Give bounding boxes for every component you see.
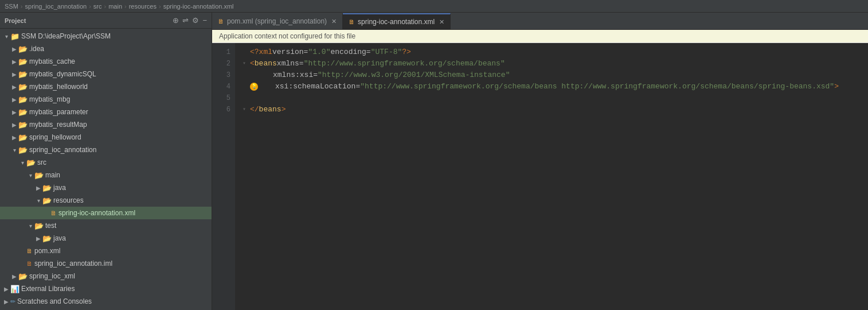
tree-label: spring_ioc_annotation (29, 146, 96, 154)
tab-xml-close[interactable]: ✕ (439, 18, 444, 26)
line-num-6: 6 (212, 104, 235, 115)
tree-item-mybatis-dynamicsql[interactable]: ▶ 📂 mybatis_dynamicSQL (0, 68, 212, 80)
tree-item-mybatis-resultmap[interactable]: ▶ 📂 mybatis_resultMap (0, 118, 212, 131)
lib-icon: 📊 (10, 285, 19, 293)
line-num-4: 4 (212, 81, 235, 92)
tree-label: test (45, 222, 56, 230)
resources-folder-icon: 📂 (42, 196, 52, 205)
tree-item-idea[interactable]: ▶ 📂 .idea (0, 42, 212, 55)
sidebar-header: Project ⊕ ⇌ ⚙ − (0, 13, 212, 29)
fold-5 (240, 94, 249, 103)
tree-label: java (53, 234, 66, 242)
folder-icon: 📂 (18, 121, 28, 129)
tab-pom-close[interactable]: ✕ (331, 18, 337, 25)
fold-2[interactable]: ▾ (240, 59, 249, 68)
expand-arrow: ▾ (34, 197, 42, 204)
sidebar: Project ⊕ ⇌ ⚙ − ▾ 📁 SSM D:\ideaProject\A… (0, 13, 212, 310)
tree-label: mybatis_helloworld (29, 83, 88, 91)
warning-text: Application context not configured for t… (219, 32, 355, 40)
tree-label: src (37, 158, 46, 166)
tree-label: spring_ioc_annotation.iml (34, 259, 112, 268)
app-container: SSM › spring_ioc_annotation › src › main… (0, 0, 868, 310)
expand-arrow: ▶ (10, 96, 18, 103)
expand-arrow: ▶ (10, 46, 18, 52)
sidebar-title: Project (5, 17, 169, 24)
editor-area: 🗎 pom.xml (spring_ioc_annotation) ✕ 🗎 sp… (212, 13, 868, 310)
tree-label: resources (53, 196, 84, 204)
minimize-icon[interactable]: − (202, 16, 207, 25)
tree-item-src[interactable]: ▾ 📂 src (0, 156, 212, 169)
warning-banner: Application context not configured for t… (212, 30, 868, 43)
breadcrumb-main[interactable]: main (108, 3, 122, 10)
breadcrumb: SSM › spring_ioc_annotation › src › main… (5, 3, 234, 10)
xml-tab-icon: 🗎 (349, 18, 355, 25)
tree-item-scratches[interactable]: ▶ ✏ Scratches and Consoles (0, 295, 212, 308)
folder-icon: 📂 (26, 158, 36, 167)
breadcrumb-file[interactable]: spring-ioc-annotation.xml (163, 3, 234, 10)
tree-label: Scratches and Consoles (17, 297, 92, 305)
title-bar: SSM › spring_ioc_annotation › src › main… (0, 0, 868, 13)
tree-label: mybatis_cache (29, 57, 75, 65)
expand-arrow: ▾ (10, 147, 18, 153)
xml-file-icon: 🗎 (50, 210, 57, 216)
tree-item-spring-ioc-xml[interactable]: ▶ 📂 spring_ioc_xml (0, 270, 212, 282)
tree-label: main (45, 171, 60, 179)
tree-item-spring-helloword[interactable]: ▶ 📂 spring_helloword (0, 131, 212, 144)
code-editor[interactable]: 1 2 3 4 5 6 <?xml version="1.0" encoding… (212, 43, 868, 310)
expand-arrow: ▾ (18, 160, 26, 166)
iml-file-icon: 🗎 (26, 260, 33, 267)
hint-icon[interactable]: 💡 (250, 83, 258, 91)
main-layout: Project ⊕ ⇌ ⚙ − ▾ 📁 SSM D:\ideaProject\A… (0, 13, 868, 310)
tree-item-mybatis-helloworld[interactable]: ▶ 📂 mybatis_helloworld (0, 80, 212, 93)
breadcrumb-project[interactable]: spring_ioc_annotation (25, 3, 87, 10)
breadcrumb-src[interactable]: src (93, 3, 102, 10)
tree-item-mybatis-mbg[interactable]: ▶ 📂 mybatis_mbg (0, 93, 212, 106)
folder-icon: 📂 (18, 146, 28, 154)
tree-item-resources[interactable]: ▾ 📂 resources (0, 194, 212, 207)
expand-arrow: ▶ (2, 299, 10, 305)
folder-icon: 📂 (18, 95, 28, 104)
code-content: <?xml version="1.0" encoding="UTF-8"?> ▾… (235, 43, 868, 310)
tree-item-spring-ioc-annotation[interactable]: ▾ 📂 spring_ioc_annotation (0, 144, 212, 156)
tree-item-main[interactable]: ▾ 📂 main (0, 169, 212, 181)
tree-item-test-java[interactable]: ▶ 📂 java (0, 232, 212, 245)
expand-arrow: ▶ (10, 273, 18, 280)
java-folder-icon: 📂 (42, 184, 52, 192)
tree-label: pom.xml (34, 247, 60, 255)
fold-6[interactable]: ▾ (240, 105, 249, 114)
tree-item-external-libraries[interactable]: ▶ 📊 External Libraries (0, 282, 212, 295)
tree-item-spring-ioc-annotation-xml[interactable]: 🗎 spring-ioc-annotation.xml (0, 207, 212, 219)
sync-icon[interactable]: ⇌ (182, 16, 189, 25)
folder-icon: 📂 (18, 45, 28, 53)
breadcrumb-resources[interactable]: resources (129, 3, 157, 10)
tree-label: spring_helloword (29, 133, 81, 141)
code-line-3: xmlns:xsi="http://www.w3.org/2001/XMLSch… (240, 69, 863, 81)
line-num-3: 3 (212, 69, 235, 81)
settings-icon[interactable]: ⚙ (192, 16, 199, 25)
code-line-2: ▾ <beans xmlns="http://www.springframewo… (240, 58, 863, 69)
tab-pom[interactable]: 🗎 pom.xml (spring_ioc_annotation) ✕ (212, 13, 343, 29)
line-num-2: 2 (212, 58, 235, 69)
tree-label: mybatis_dynamicSQL (29, 70, 96, 78)
tree-label: mybatis_resultMap (29, 121, 87, 129)
tab-xml-label: spring-ioc-annotation.xml (358, 18, 435, 26)
tree-item-mybatis-cache[interactable]: ▶ 📂 mybatis_cache (0, 55, 212, 68)
tree-item-mybatis-parameter[interactable]: ▶ 📂 mybatis_parameter (0, 106, 212, 118)
tree-item-pom[interactable]: 🗎 pom.xml (0, 245, 212, 257)
tree-item-java[interactable]: ▶ 📂 java (0, 181, 212, 194)
expand-arrow: ▾ (2, 33, 10, 40)
tree-item-ssm[interactable]: ▾ 📁 SSM D:\ideaProject\Apr\SSM (0, 30, 212, 42)
tree-item-test[interactable]: ▾ 📂 test (0, 219, 212, 232)
tree-item-iml[interactable]: 🗎 spring_ioc_annotation.iml (0, 257, 212, 270)
pom-tab-icon: 🗎 (218, 18, 224, 25)
expand-arrow: ▶ (2, 286, 10, 292)
folder-icon: 📁 (10, 32, 19, 41)
add-icon[interactable]: ⊕ (173, 16, 179, 25)
folder-icon: 📂 (18, 108, 28, 117)
fold-1[interactable] (240, 48, 249, 57)
tab-pom-label: pom.xml (spring_ioc_annotation) (227, 17, 327, 25)
fold-3 (240, 71, 249, 80)
expand-arrow: ▶ (10, 134, 18, 141)
tab-xml[interactable]: 🗎 spring-ioc-annotation.xml ✕ (343, 13, 451, 29)
breadcrumb-ssm[interactable]: SSM (5, 3, 18, 10)
